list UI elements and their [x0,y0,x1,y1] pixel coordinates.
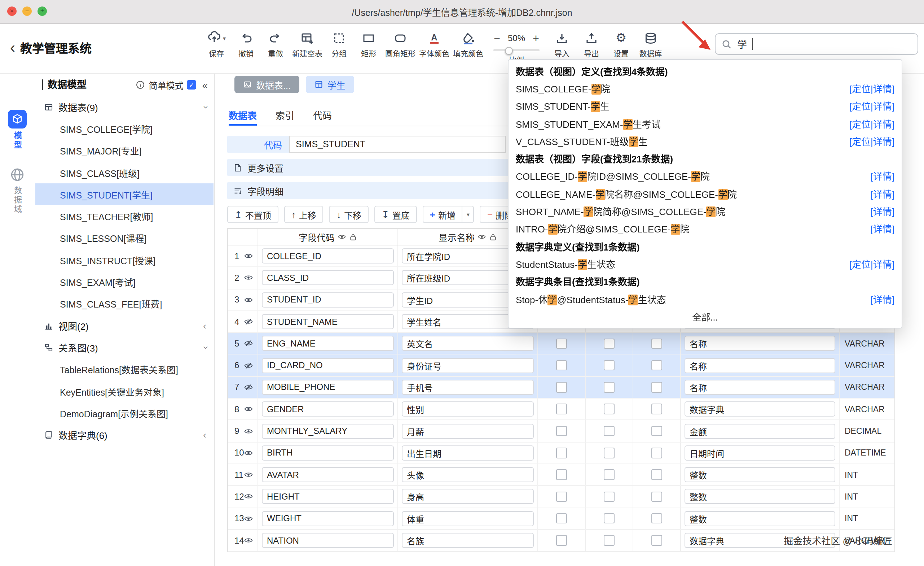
field-name-input[interactable]: 体重 [402,511,534,526]
tab-diagram[interactable]: 数据表... [234,76,299,93]
eye-icon[interactable] [338,232,346,241]
field-checkbox[interactable] [556,491,567,502]
search-result-links[interactable]: [详情] [871,292,894,306]
tree-item[interactable]: SIMS_MAJOR[专业] [35,140,213,162]
search-result-links[interactable]: [定位|详情] [849,81,894,95]
field-checkbox[interactable] [556,382,567,392]
move-down-button[interactable]: ↓下移 [329,206,369,223]
field-code-input[interactable]: STUDENT_ID [262,292,394,307]
tree-item[interactable]: SIMS_COLLEGE[学院] [35,118,213,140]
eye-icon[interactable] [477,232,486,241]
field-dict-input[interactable]: 日期时间 [684,446,835,461]
tree-group[interactable]: 数据表(9)‹ [35,96,213,118]
field-name-input[interactable]: 月薪 [402,423,534,439]
field-checkbox[interactable] [556,426,567,437]
eye-icon[interactable] [244,426,253,436]
field-checkbox[interactable] [604,382,615,392]
tree-item[interactable]: DemoDiagram[示例关系图] [35,402,213,424]
eye-icon[interactable] [244,448,254,458]
field-name-input[interactable]: 性别 [402,401,534,417]
field-dict-input[interactable]: 整数 [684,511,835,526]
code-field-input[interactable]: SIMS_STUDENT [289,136,506,153]
field-checkbox[interactable] [604,448,615,458]
field-checkbox[interactable] [652,448,662,458]
zoom-slider[interactable] [494,49,540,51]
field-name-input[interactable]: 身份证号 [402,358,534,373]
simple-mode-checkbox[interactable]: ✓ [187,80,196,90]
settings-button[interactable]: ⚙ 设置 [608,23,634,59]
tree-group[interactable]: 关系图(3)‹ [35,337,213,359]
field-checkbox[interactable] [604,338,615,349]
search-result-links[interactable]: [详情] [871,187,894,200]
field-checkbox[interactable] [652,535,662,546]
zoom-slider-knob[interactable] [505,47,513,54]
add-field-button[interactable]: +新增 [423,206,463,223]
import-button[interactable]: 导入 [549,23,575,59]
search-result-links[interactable]: [定位|详情] [849,117,894,130]
rail-item-model[interactable]: 模型 [0,110,34,150]
chevron-down-icon[interactable]: ‹ [200,346,210,349]
eye-icon[interactable] [244,492,254,501]
field-checkbox[interactable] [652,360,662,371]
field-code-input[interactable]: CLASS_ID [262,270,394,286]
search-result-links[interactable]: [定位|详情] [849,134,894,148]
move-up-button[interactable]: ↑上移 [284,206,324,223]
chevron-left-icon[interactable]: ‹ [203,429,206,440]
redo-button[interactable]: 重做 [262,23,288,59]
search-result-links[interactable]: [定位|详情] [849,257,894,271]
no-pin-top-button[interactable]: ↥不置顶 [227,206,278,223]
caret-down-icon[interactable]: ▾ [223,35,226,42]
field-code-input[interactable]: STUDENT_NAME [262,314,394,329]
chevron-left-icon[interactable]: ‹ [203,320,206,331]
field-checkbox[interactable] [604,535,615,546]
field-code-input[interactable]: MONTHLY_SALARY [262,423,394,439]
field-name-input[interactable]: 头像 [402,467,534,482]
tree-item[interactable]: SIMS_EXAM[考试] [35,271,213,293]
field-checkbox[interactable] [604,491,615,502]
field-checkbox[interactable] [556,448,567,458]
tree-item[interactable]: SIMS_TEACHER[教师] [35,205,213,227]
pin-bottom-button[interactable]: ↧置底 [374,206,417,223]
field-name-input[interactable]: 名族 [402,533,534,548]
tab-student-table[interactable]: 学生 [306,76,354,93]
field-name-input[interactable]: 出生日期 [402,446,534,461]
search-input[interactable]: 学 [715,33,918,55]
search-result-links[interactable]: [详情] [871,204,894,218]
tab-code[interactable]: 代码 [313,105,332,126]
back-chevron-icon[interactable]: ‹ [10,43,15,52]
chevron-down-icon[interactable]: ‹ [200,105,210,108]
tree-item[interactable]: SIMS_CLASS[班级] [35,162,213,184]
fill-color-button[interactable]: 填充颜色 [453,23,483,59]
database-button[interactable]: 数据库 [638,23,664,59]
undo-button[interactable]: 撤销 [233,23,259,59]
search-result-links[interactable]: [详情] [871,222,894,236]
field-checkbox[interactable] [652,426,662,437]
search-result-links[interactable]: [定位|详情] [849,99,894,113]
field-code-input[interactable]: MOBILE_PHONE [262,380,394,395]
eye-icon[interactable] [244,536,254,545]
tree-item[interactable]: SIMS_STUDENT[学生] [35,184,213,205]
field-checkbox[interactable] [604,426,615,437]
new-table-button[interactable]: 新建空表 [292,23,322,59]
field-checkbox[interactable] [652,491,662,502]
tree-item[interactable]: SIMS_LESSON[课程] [35,227,213,250]
tree-item[interactable]: SIMS_INSTRUCT[授课] [35,249,213,271]
field-checkbox[interactable] [652,382,662,392]
eye-icon[interactable] [244,404,253,414]
eye-off-icon[interactable] [244,339,253,348]
field-code-input[interactable]: AVATAR [262,467,394,482]
export-button[interactable]: 导出 [579,23,604,59]
field-code-input[interactable]: ENG_NAME [262,336,394,351]
field-checkbox[interactable] [652,404,662,414]
field-name-input[interactable]: 身高 [402,489,534,504]
field-dict-input[interactable]: 名称 [684,336,835,351]
field-checkbox[interactable] [604,360,615,371]
group-button[interactable]: 分组 [326,23,352,59]
search-result-links[interactable]: [详情] [871,169,894,183]
field-checkbox[interactable] [556,338,567,349]
field-checkbox[interactable] [556,360,567,371]
tree-group[interactable]: 数据字典(6)‹ [35,424,213,446]
field-dict-input[interactable]: 数据字典 [684,401,835,417]
field-code-input[interactable]: ID_CARD_NO [262,358,394,373]
field-checkbox[interactable] [652,338,662,349]
